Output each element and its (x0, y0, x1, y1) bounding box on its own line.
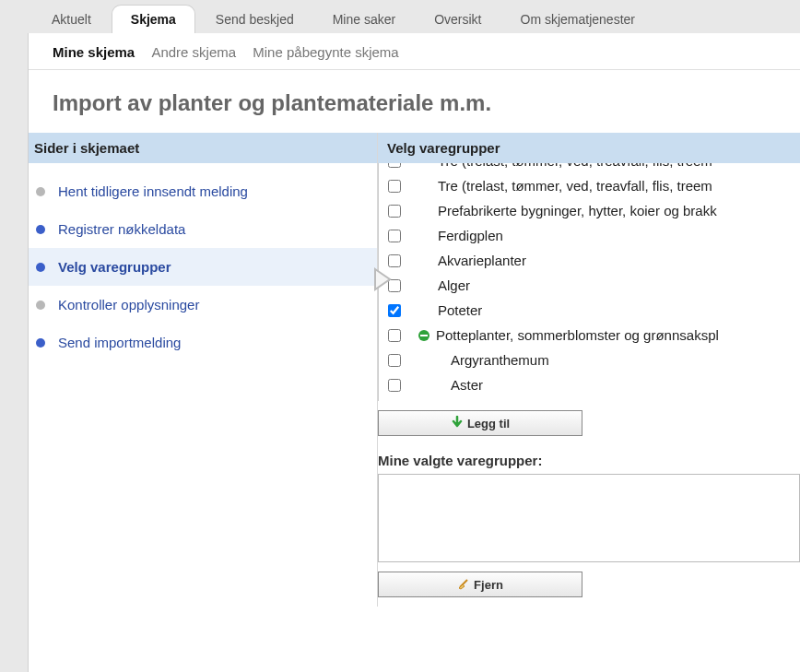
subnav-andre-skjema[interactable]: Andre skjema (151, 44, 236, 60)
tab-send-beskjed[interactable]: Send beskjed (197, 6, 312, 33)
content-header: Velg varegrupper (378, 133, 800, 163)
varegruppe-label: Alger (438, 277, 470, 293)
checkbox[interactable] (388, 230, 401, 242)
checkbox[interactable] (388, 304, 401, 317)
checkbox[interactable] (388, 379, 401, 392)
sub-nav: Mine skjema Andre skjema Mine påbegynte … (29, 33, 800, 70)
list-item[interactable]: Tre (trelast, tømmer, ved, treavfall, fl… (388, 163, 796, 173)
sidebar-header: Sider i skjemaet (29, 133, 377, 163)
step-send-importmelding[interactable]: Send importmelding (29, 324, 377, 361)
checkbox[interactable] (388, 354, 401, 367)
varegruppe-label: Argyranthemum (438, 352, 549, 368)
varegruppe-label: Potteplanter, sommerblomster og grønnsak… (436, 327, 719, 343)
list-item[interactable]: Argyranthemum (388, 348, 796, 372)
varegruppe-label: Aster (438, 377, 483, 393)
step-velg-varegrupper[interactable]: Velg varegrupper (29, 248, 377, 286)
list-item[interactable]: Tre (trelast, tømmer, ved, treavfall, fl… (388, 173, 796, 198)
tab-aktuelt[interactable]: Aktuelt (33, 6, 110, 33)
varegruppe-label: Tre (trelast, tømmer, ved, treavfall, fl… (438, 163, 712, 169)
list-item[interactable]: Prefabrikerte bygninger, hytter, koier o… (388, 198, 796, 223)
varegruppe-list: Tre (trelast, tømmer, ved, treavfall, fl… (379, 163, 800, 401)
bullet-icon (36, 338, 45, 348)
page-title: Import av planter og plantemateriale m.m… (29, 70, 800, 133)
collapse-icon[interactable] (418, 329, 430, 342)
add-button-label: Legg til (467, 417, 510, 430)
checkbox[interactable] (388, 205, 401, 218)
subnav-mine-pabegynte[interactable]: Mine påbegynte skjema (253, 44, 398, 60)
list-item[interactable]: Poteter (388, 298, 796, 323)
list-item[interactable]: Aster (388, 372, 796, 397)
tab-oversikt[interactable]: Oversikt (416, 6, 500, 33)
checkbox[interactable] (388, 163, 401, 168)
step-label: Hent tidligere innsendt melding (58, 183, 248, 199)
bullet-icon (36, 301, 45, 310)
list-item[interactable]: Akvarieplanter (388, 248, 796, 273)
varegruppe-label: Akvarieplanter (438, 253, 526, 268)
remove-button-label: Fjern (474, 578, 503, 592)
remove-button[interactable]: Fjern (378, 572, 582, 597)
step-label: Velg varegrupper (58, 259, 171, 275)
bullet-icon (36, 187, 45, 196)
list-item[interactable]: Potteplanter, sommerblomster og grønnsak… (388, 323, 796, 348)
tab-mine-saker[interactable]: Mine saker (314, 6, 414, 33)
step-label: Registrer nøkkeldata (58, 221, 185, 237)
tab-om-skjematjenester[interactable]: Om skjematjenester (502, 6, 653, 33)
bullet-icon (36, 263, 45, 272)
step-kontroller-opplysninger[interactable]: Kontroller opplysninger (29, 286, 377, 324)
list-item[interactable]: Alger (388, 273, 796, 298)
add-button[interactable]: Legg til (378, 410, 582, 436)
bullet-icon (36, 225, 45, 234)
step-registrer-nokkeldata[interactable]: Registrer nøkkeldata (29, 210, 377, 248)
arrow-down-icon (451, 416, 464, 431)
varegruppe-label: Ferdigplen (438, 228, 503, 243)
tab-skjema[interactable]: Skjema (112, 5, 195, 33)
svg-rect-1 (420, 335, 428, 336)
checkbox[interactable] (388, 254, 401, 267)
subnav-mine-skjema[interactable]: Mine skjema (53, 44, 135, 60)
step-list: Hent tidligere innsendt melding Registre… (29, 163, 377, 371)
checkbox[interactable] (388, 180, 401, 193)
varegruppe-label: Poteter (438, 302, 482, 318)
top-tabs: Aktuelt Skjema Send beskjed Mine saker O… (0, 0, 800, 33)
list-item[interactable]: Ferdigplen (388, 223, 796, 248)
checkbox[interactable] (388, 329, 401, 342)
broom-icon (457, 577, 470, 593)
step-label: Kontroller opplysninger (58, 297, 199, 312)
step-label: Send importmelding (58, 335, 181, 350)
varegruppe-label: Tre (trelast, tømmer, ved, treavfall, fl… (438, 178, 712, 194)
step-hent-tidligere[interactable]: Hent tidligere innsendt melding (29, 172, 377, 210)
selected-varegrupper-list[interactable] (378, 474, 800, 562)
varegruppe-label: Prefabrikerte bygninger, hytter, koier o… (438, 203, 717, 218)
selected-varegrupper-header: Mine valgte varegrupper: (378, 453, 800, 468)
